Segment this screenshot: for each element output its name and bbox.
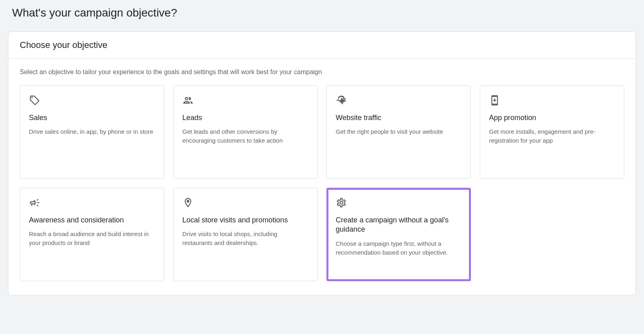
objective-sales-description: Drive sales online, in app, by phone or … [29,127,155,136]
objective-app-promotion-description: Get more installs, engagement and pre-re… [489,127,615,145]
objective-website-traffic-description: Get the right people to visit your websi… [336,127,462,136]
objective-no-goal[interactable]: Create a campaign without a goal's guida… [326,188,471,281]
location-icon [182,197,194,208]
card-header: Choose your objective [8,32,636,59]
objective-leads-description: Get leads and other conversions by encou… [182,127,308,145]
objective-awareness-title: Awareness and consideration [29,216,155,225]
objective-no-goal-description: Choose a campaign type first, without a … [336,239,462,257]
objective-sales-title: Sales [29,113,155,122]
tag-icon [29,95,40,106]
people-icon [182,95,194,106]
objective-sales[interactable]: Sales Drive sales online, in app, by pho… [20,85,164,179]
page-title: What's your campaign objective? [12,6,636,19]
objective-leads-title: Leads [182,113,308,122]
objective-local-store-description: Drive visits to local shops, including r… [182,230,308,247]
objective-awareness[interactable]: Awareness and consideration Reach a broa… [20,188,164,281]
phone-download-icon [489,95,500,106]
gear-icon [336,197,347,208]
objective-no-goal-title: Create a campaign without a goal's guida… [336,216,462,234]
objective-awareness-description: Reach a broad audience and build interes… [29,230,155,247]
objective-website-traffic[interactable]: Website traffic Get the right people to … [326,85,471,179]
megaphone-icon [29,197,40,208]
objective-app-promotion-title: App promotion [489,113,615,122]
objectives-grid: Sales Drive sales online, in app, by pho… [20,85,624,281]
objective-leads[interactable]: Leads Get leads and other conversions by… [173,85,318,179]
card-body: Select an objective to tailor your exper… [8,59,636,295]
objective-website-traffic-title: Website traffic [336,113,462,122]
click-icon [336,95,347,106]
card-subtitle: Select an objective to tailor your exper… [20,68,624,76]
card-header-title: Choose your objective [20,40,624,50]
objective-local-store-title: Local store visits and promotions [182,216,308,225]
objective-card-container: Choose your objective Select an objectiv… [8,31,636,295]
objective-app-promotion[interactable]: App promotion Get more installs, engagem… [480,85,624,179]
objective-local-store[interactable]: Local store visits and promotions Drive … [173,188,318,281]
